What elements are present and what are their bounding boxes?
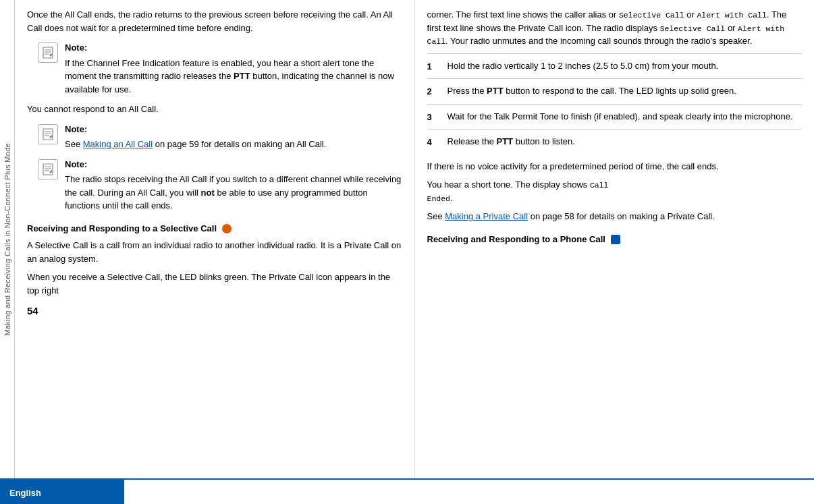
phone-call-heading: Receiving and Responding to a Phone Call	[427, 233, 803, 246]
note3-box: Note: The radio stops receiving the All …	[38, 158, 402, 213]
page-number-row: 54	[27, 304, 402, 319]
blue-square-icon	[611, 235, 620, 244]
right-para3: You hear a short tone. The display shows…	[427, 178, 803, 204]
step-row-4: 4 Release the PTT button to listen.	[427, 129, 803, 155]
step-num-2: 2	[427, 84, 437, 99]
selective-call-heading: Receiving and Responding to a Selective …	[27, 222, 402, 235]
left-para2: You cannot respond to an All Call.	[27, 103, 402, 116]
svg-rect-0	[43, 47, 53, 58]
note1-content: Note: If the Channel Free Indication fea…	[65, 41, 402, 96]
making-all-call-link[interactable]: Making an All Call	[83, 139, 153, 149]
note3-text: The radio stops receiving the All Call i…	[65, 174, 401, 211]
step-row-3: 3 Wait for the Talk Permit Tone to finis…	[427, 104, 803, 130]
selective-call-para2: When you receive a Selective Call, the L…	[27, 271, 402, 297]
sidebar: Making and Receiving Calls in Non-Connec…	[0, 0, 15, 478]
content-area: Once the All Call ends, the radio return…	[15, 0, 814, 478]
note2-text: See Making an All Call on page 59 for de…	[65, 139, 326, 149]
language-label: English	[9, 488, 41, 498]
step-row-2: 2 Press the PTT button to respond to the…	[427, 78, 803, 104]
note1-text: If the Channel Free Indication feature i…	[65, 58, 394, 94]
steps-container: 1 Hold the radio vertically 1 to 2 inche…	[427, 53, 803, 155]
step-num-1: 1	[427, 59, 437, 74]
note1-icon	[38, 43, 58, 63]
step-num-3: 3	[427, 110, 437, 124]
left-column: Once the All Call ends, the radio return…	[15, 0, 415, 478]
step-row-1: 1 Hold the radio vertically 1 to 2 inche…	[427, 53, 803, 79]
step-content-1: Hold the radio vertically 1 to 2 inches …	[447, 59, 803, 73]
pencil3-icon	[42, 163, 54, 175]
selective-call-heading-text: Receiving and Responding to a Selective …	[27, 223, 217, 233]
pencil-icon	[42, 47, 54, 59]
language-bar: English	[0, 480, 124, 504]
right-column: corner. The first text line shows the ca…	[415, 0, 815, 478]
right-text1: corner. The first text line shows the ca…	[427, 9, 787, 46]
selective-call-code2: Selective Call	[660, 24, 726, 33]
note3-icon	[38, 159, 58, 179]
sidebar-label: Making and Receiving Calls in Non-Connec…	[3, 143, 11, 336]
alert-with-call-code1: Alert with Call	[697, 11, 767, 20]
note2-icon	[38, 124, 58, 144]
note2-box: Note: See Making an All Call on page 59 …	[38, 123, 402, 151]
step-content-3: Wait for the Talk Permit Tone to finish …	[447, 110, 803, 123]
note1-ptt: PTT	[234, 71, 250, 81]
page-number: 54	[27, 304, 38, 319]
orange-circle-icon	[222, 224, 232, 233]
left-para1: Once the All Call ends, the radio return…	[27, 8, 402, 34]
selective-call-para1: A Selective Call is a call from an indiv…	[27, 239, 402, 265]
note3-not: not	[201, 188, 215, 198]
note1-box: Note: If the Channel Free Indication fea…	[38, 41, 402, 96]
alert-with-call-code2: Alert with Call	[427, 24, 785, 47]
pencil2-icon	[42, 128, 54, 140]
phone-call-heading-text: Receiving and Responding to a Phone Call	[427, 234, 605, 244]
call-ended-code: CallEnded	[427, 181, 609, 203]
svg-rect-8	[43, 164, 53, 175]
making-private-call-link[interactable]: Making a Private Call	[445, 211, 528, 221]
bottom-filler	[124, 480, 814, 504]
right-para4: See Making a Private Call on page 58 for…	[427, 210, 803, 223]
bottom-bar: English	[0, 478, 814, 504]
note2-content: Note: See Making an All Call on page 59 …	[65, 123, 402, 151]
right-para2: If there is no voice activity for a pred…	[427, 160, 803, 173]
step-content-4: Release the PTT button to listen.	[447, 135, 803, 148]
note1-title: Note:	[65, 41, 402, 55]
step2-ptt: PTT	[487, 86, 504, 96]
note2-title: Note:	[65, 123, 402, 136]
selective-call-code1: Selective Call	[619, 11, 684, 20]
step4-ptt: PTT	[497, 136, 514, 146]
svg-rect-4	[43, 129, 53, 140]
note3-title: Note:	[65, 158, 402, 171]
right-para1: corner. The first text line shows the ca…	[427, 8, 803, 48]
step-content-2: Press the PTT button to respond to the c…	[447, 84, 803, 98]
step-num-4: 4	[427, 135, 437, 149]
note3-content: Note: The radio stops receiving the All …	[65, 158, 402, 213]
